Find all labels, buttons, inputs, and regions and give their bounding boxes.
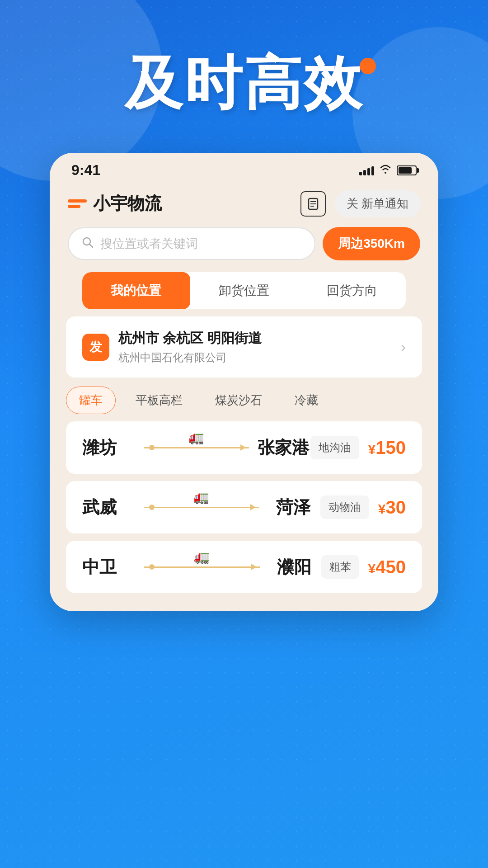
orange-dot-decoration: [360, 58, 376, 74]
tab-my-location[interactable]: 我的位置: [82, 272, 190, 309]
freight-badge-3: 粗苯: [321, 555, 359, 579]
freight-price-3: ¥450: [368, 557, 406, 577]
location-card[interactable]: 发 杭州市 余杭区 明阳街道 杭州中国石化有限公司 ›: [66, 316, 422, 377]
freight-from-2: 武威: [82, 496, 136, 519]
freight-price-1: ¥150: [368, 438, 406, 458]
search-bar[interactable]: 搜位置或者关键词: [68, 227, 315, 260]
tag-tank-car[interactable]: 罐车: [66, 387, 116, 414]
freight-badge-1: 地沟油: [310, 436, 359, 459]
freight-list: 潍坊 🚛 张家港 地沟油 ¥150 武威 🚛 菏泽 动物油: [50, 414, 438, 593]
freight-item-3[interactable]: 中卫 🚛 濮阳 粗苯 ¥450: [66, 541, 422, 593]
search-icon: [81, 236, 94, 252]
hero-title: 及时高效: [125, 54, 363, 112]
freight-to-2: 菏泽: [266, 496, 320, 519]
tab-unload-location[interactable]: 卸货位置: [190, 272, 298, 309]
status-icons: [359, 164, 417, 177]
nearby-button[interactable]: 周边350Km: [323, 227, 420, 260]
document-button[interactable]: [300, 191, 326, 217]
tag-flatbed[interactable]: 平板高栏: [123, 387, 195, 414]
bottom-padding: [50, 593, 438, 611]
freight-arrow-2: 🚛: [136, 507, 266, 508]
app-name: 小宇物流: [93, 192, 162, 215]
freight-to-1: 张家港: [256, 436, 310, 459]
freight-item-2[interactable]: 武威 🚛 菏泽 动物油 ¥30: [66, 481, 422, 533]
tags-row: 罐车 平板高栏 煤炭沙石 冷藏: [50, 377, 438, 414]
tab-return-direction[interactable]: 回货方向: [298, 272, 406, 309]
app-header: 小宇物流 关 新单通知: [50, 183, 438, 222]
notification-label: 关 新单通知: [347, 196, 408, 212]
tag-coal-sand[interactable]: 煤炭沙石: [202, 387, 275, 414]
tab-bar: 我的位置 卸货位置 回货方向: [82, 272, 406, 309]
freight-price-2: ¥30: [378, 497, 406, 518]
header-right: 关 新单通知: [300, 190, 420, 217]
search-container: 搜位置或者关键词 周边350Km: [50, 222, 438, 269]
freight-arrow-3: 🚛: [136, 566, 267, 568]
freight-from-1: 潍坊: [82, 436, 136, 459]
freight-from-3: 中卫: [82, 556, 136, 579]
signal-icon: [359, 165, 374, 175]
location-sub-text: 杭州中国石化有限公司: [118, 350, 262, 365]
freight-badge-2: 动物油: [320, 495, 369, 519]
battery-icon: [397, 165, 417, 175]
status-time: 9:41: [71, 162, 100, 179]
notification-button[interactable]: 关 新单通知: [335, 190, 420, 217]
search-placeholder: 搜位置或者关键词: [100, 236, 198, 252]
freight-item-1[interactable]: 潍坊 🚛 张家港 地沟油 ¥150: [66, 421, 422, 474]
freight-arrow-1: 🚛: [136, 447, 256, 448]
wifi-icon: [380, 164, 391, 177]
phone-mockup: 9:41: [50, 153, 438, 611]
chevron-right-icon: ›: [401, 339, 406, 355]
hero-section: 及时高效: [125, 54, 363, 112]
freight-to-3: 濮阳: [267, 556, 321, 579]
fa-badge: 发: [82, 334, 109, 361]
tag-refrigerated[interactable]: 冷藏: [282, 387, 331, 414]
svg-line-5: [89, 244, 93, 247]
app-logo: 小宇物流: [68, 192, 162, 215]
status-bar: 9:41: [50, 153, 438, 183]
location-main-text: 杭州市 余杭区 明阳街道: [118, 329, 262, 348]
logo-icon: [68, 199, 87, 208]
